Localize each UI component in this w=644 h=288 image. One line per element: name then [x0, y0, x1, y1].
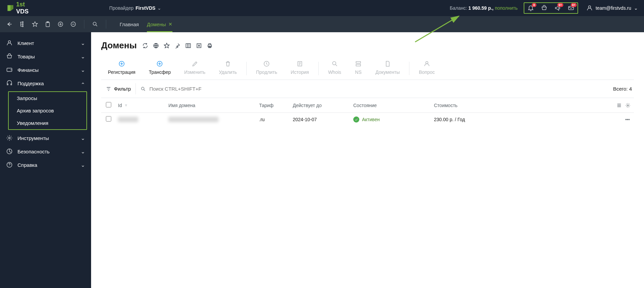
pin-icon[interactable] — [174, 43, 180, 49]
svg-point-22 — [426, 61, 428, 64]
sort-icon — [124, 103, 128, 107]
chart-icon — [6, 148, 13, 155]
chevron-down-icon — [81, 135, 85, 141]
balance: Баланс: 1 960.59 р., пополнить — [450, 5, 518, 11]
divider — [84, 20, 84, 29]
action-edit[interactable]: Изменить — [177, 57, 212, 80]
filter-button[interactable]: Фильтр — [101, 83, 136, 94]
column-id[interactable]: Id — [118, 103, 168, 108]
sidebar-item-support[interactable]: Поддержка — [0, 77, 91, 90]
action-documents[interactable]: Документы — [369, 57, 406, 80]
refresh-icon[interactable] — [142, 43, 148, 49]
column-status[interactable]: Состояние — [353, 103, 434, 108]
close-icon[interactable]: ✕ — [168, 21, 172, 27]
search-icon — [140, 86, 146, 92]
secondary-toolbar: Главная Домены ✕ — [0, 16, 644, 32]
sidebar-submenu-support: Запросы Архив запросов Уведомления — [8, 91, 87, 130]
search-icon[interactable] — [92, 21, 98, 28]
action-label: Документы — [375, 69, 400, 75]
svg-point-25 — [626, 119, 626, 119]
export-icon[interactable] — [196, 43, 202, 49]
logo-text: 1stVDS — [16, 1, 29, 15]
action-ns[interactable]: NS — [348, 57, 369, 80]
notification-box: 8 9+ 9+ — [524, 2, 578, 14]
svg-point-5 — [93, 22, 96, 25]
tab-domains[interactable]: Домены ✕ — [147, 16, 172, 32]
column-expires[interactable]: Действует до — [293, 103, 353, 108]
action-question[interactable]: Вопрос — [412, 57, 441, 80]
user-icon — [6, 40, 13, 46]
action-delete[interactable]: Удалить — [212, 57, 243, 80]
clipboard-icon[interactable] — [44, 21, 51, 28]
divider — [246, 62, 247, 75]
bell-badge: 8 — [532, 3, 536, 7]
gear-icon[interactable] — [625, 103, 631, 108]
cell-cost: 230.00 р. / Год — [434, 117, 465, 122]
plus-circle-icon[interactable] — [57, 21, 64, 28]
cell-expires: 2024-10-07 — [293, 117, 317, 122]
provider-label: Провайдер — [109, 5, 133, 11]
menu-icon[interactable] — [616, 103, 622, 108]
table-header: Id Имя домена Тариф Действует до Состоян… — [101, 98, 634, 113]
bell-icon[interactable]: 8 — [527, 4, 534, 12]
sidebar-item-products[interactable]: Товары — [0, 50, 91, 63]
action-label: Трансфер — [149, 69, 171, 75]
action-label: Whois — [328, 69, 341, 75]
sidebar-item-client[interactable]: Клиент — [0, 36, 91, 50]
svg-point-23 — [142, 87, 144, 90]
megaphone-icon[interactable]: 9+ — [554, 4, 561, 12]
gear-icon — [6, 135, 13, 141]
cell-domain: ███████████████ — [168, 117, 218, 122]
action-whois[interactable]: Whois — [321, 57, 348, 80]
logo[interactable]: 1stVDS — [6, 1, 29, 15]
star-icon[interactable] — [164, 43, 170, 49]
sidebar-item-finance[interactable]: Финансы — [0, 63, 91, 77]
chevron-down-icon — [81, 148, 85, 155]
action-renew[interactable]: Продлить — [249, 57, 284, 80]
sidebar: Клиент Товары Финансы Поддержка Запросы … — [0, 32, 91, 288]
globe-icon[interactable] — [153, 43, 159, 49]
svg-point-1 — [589, 6, 591, 8]
select-all-checkbox[interactable] — [106, 102, 111, 107]
svg-point-19 — [332, 61, 336, 65]
minus-circle-icon[interactable] — [70, 21, 77, 28]
back-icon[interactable] — [6, 21, 13, 28]
help-icon — [6, 161, 13, 168]
svg-point-24 — [627, 105, 629, 106]
star-icon[interactable] — [32, 21, 38, 28]
tab-main[interactable]: Главная — [120, 16, 139, 32]
column-tariff[interactable]: Тариф — [259, 103, 293, 108]
topup-link[interactable]: пополнить — [495, 5, 518, 11]
sidebar-subitem-notifications[interactable]: Уведомления — [9, 117, 86, 129]
columns-icon[interactable] — [185, 43, 191, 49]
print-icon[interactable] — [207, 43, 213, 49]
column-domain[interactable]: Имя домена — [168, 103, 259, 108]
chevron-down-icon: ⌄ — [157, 5, 161, 11]
user-menu[interactable]: team@firstvds.ru ⌄ — [586, 5, 638, 11]
column-cost[interactable]: Стоимость — [434, 103, 494, 108]
provider-selector[interactable]: Провайдер FirstVDS ⌄ — [109, 5, 161, 11]
table-row[interactable]: ██████ ███████████████ .ru 2024-10-07 Ак… — [101, 113, 634, 126]
main-header: 1stVDS Провайдер FirstVDS ⌄ Баланс: 1 96… — [0, 0, 644, 16]
sidebar-item-help[interactable]: Справка — [0, 158, 91, 172]
svg-point-6 — [8, 41, 11, 43]
svg-point-26 — [627, 119, 628, 119]
check-icon — [353, 116, 359, 123]
sidebar-subitem-archive[interactable]: Архив запросов — [9, 104, 86, 117]
action-register[interactable]: Регистрация — [101, 57, 142, 80]
sidebar-subitem-requests[interactable]: Запросы — [9, 92, 86, 104]
tree-icon[interactable] — [19, 21, 26, 28]
chevron-up-icon — [81, 80, 85, 87]
sidebar-item-security[interactable]: Безопасность — [0, 145, 91, 158]
search-input[interactable] — [149, 86, 216, 92]
mail-icon[interactable]: 9+ — [567, 4, 575, 12]
cell-tariff: .ru — [259, 117, 265, 122]
sidebar-item-tools[interactable]: Инструменты — [0, 131, 91, 145]
row-checkbox[interactable] — [106, 116, 111, 122]
action-history[interactable]: История — [284, 57, 316, 80]
sidebar-item-label: Финансы — [17, 67, 39, 73]
chevron-down-icon: ⌄ — [634, 5, 638, 11]
action-transfer[interactable]: Трансфер — [142, 57, 177, 80]
cart-icon[interactable] — [540, 4, 548, 12]
more-icon[interactable] — [625, 116, 631, 123]
